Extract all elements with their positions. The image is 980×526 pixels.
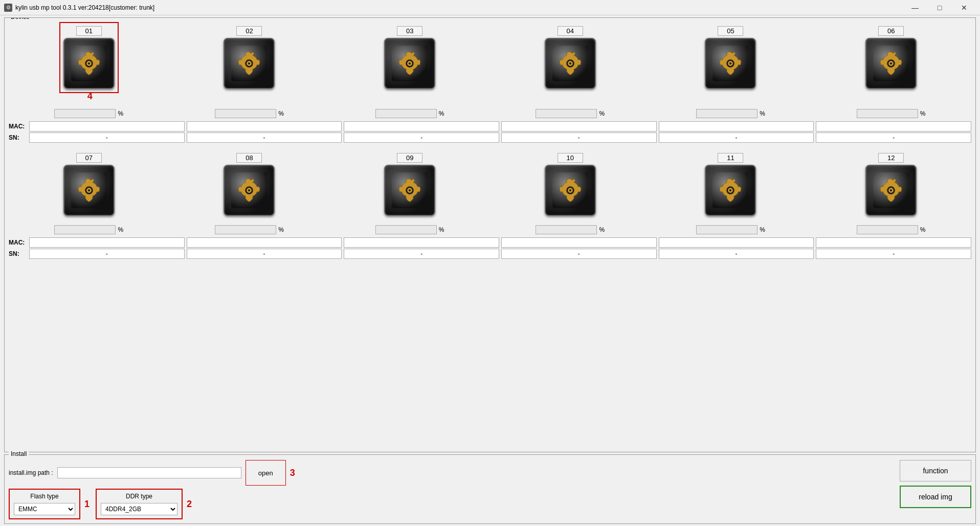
- device-section-label: Device: [9, 17, 32, 20]
- svg-point-47: [890, 189, 892, 191]
- progress-bar-05: [696, 109, 758, 118]
- install-left-panel: install.img path : open 3 Flash type EMM…: [9, 460, 295, 519]
- progress-06: %: [811, 108, 971, 119]
- sn-07: -: [29, 249, 185, 259]
- progress-bar-04: [536, 109, 597, 118]
- progress-bar-11: [696, 225, 758, 234]
- device-slot-04[interactable]: 04: [490, 22, 651, 104]
- mac-04[interactable]: [501, 121, 657, 132]
- svg-point-27: [88, 189, 90, 191]
- install-path-label: install.img path :: [9, 469, 53, 476]
- flash-ddr-row: Flash type EMMC NAND NOR 1 DDR type: [9, 489, 295, 519]
- mac-label-row2: MAC:: [9, 239, 29, 246]
- slot-09-number: 09: [397, 153, 422, 163]
- sn-label-row1: SN:: [9, 134, 29, 141]
- device-row-2-sn: SN: - - - - - -: [9, 249, 971, 259]
- progress-bar-09: [375, 225, 437, 234]
- title-bar: ⚙ kylin usb mp tool 0.3.1 ver:204218[cus…: [0, 0, 980, 15]
- device-slot-03[interactable]: 03: [329, 22, 490, 104]
- device-row-1-mac: MAC:: [9, 121, 971, 132]
- slot-02-number: 02: [236, 26, 262, 36]
- sn-02: -: [187, 133, 342, 143]
- close-button[interactable]: ✕: [952, 0, 976, 15]
- install-path-row: install.img path : open 3: [9, 460, 295, 486]
- svg-point-3: [88, 62, 90, 64]
- mac-11[interactable]: [659, 237, 814, 248]
- device-row-1-progress: % % % % %: [9, 108, 971, 119]
- slot-08-number: 08: [236, 153, 262, 163]
- gear-icon-08: [224, 165, 275, 216]
- progress-05: %: [651, 108, 811, 119]
- mac-10[interactable]: [501, 237, 657, 248]
- device-slot-09[interactable]: 09: [329, 149, 490, 220]
- mac-label-row1: MAC:: [9, 123, 29, 130]
- progress-01: %: [9, 108, 169, 119]
- progress-02: %: [169, 108, 330, 119]
- device-slot-02[interactable]: 02: [169, 22, 330, 104]
- device-row-2-progress: % % % % % %: [9, 224, 971, 235]
- slot-03-number: 03: [397, 26, 422, 36]
- gear-icon-01: [63, 38, 115, 89]
- sn-09: -: [344, 249, 499, 259]
- gear-icon-03: [384, 38, 435, 89]
- minimize-button[interactable]: —: [903, 0, 927, 15]
- device-slot-08[interactable]: 08: [169, 149, 330, 220]
- slot-11-number: 11: [718, 153, 743, 163]
- progress-bar-07: [54, 225, 116, 234]
- device-slot-10[interactable]: 10: [490, 149, 651, 220]
- badge-01: 4: [87, 91, 93, 102]
- mac-07[interactable]: [29, 237, 185, 248]
- device-slot-12[interactable]: 12: [811, 149, 971, 220]
- install-path-input[interactable]: [57, 467, 241, 478]
- device-slot-06[interactable]: 06: [811, 22, 971, 104]
- device-slot-11[interactable]: 11: [651, 149, 811, 220]
- mac-08[interactable]: [187, 237, 342, 248]
- flash-type-select[interactable]: EMMC NAND NOR: [14, 503, 75, 515]
- progress-bar-08: [215, 225, 276, 234]
- mac-01[interactable]: [29, 121, 185, 132]
- device-slot-07[interactable]: 07: [9, 149, 169, 220]
- progress-bar-12: [857, 225, 918, 234]
- badge-flash: 1: [84, 499, 90, 510]
- progress-04: %: [490, 108, 651, 119]
- gear-icon-05: [705, 38, 756, 89]
- svg-point-39: [569, 189, 571, 191]
- sn-label-row2: SN:: [9, 250, 29, 257]
- device-slot-05[interactable]: 05: [651, 22, 811, 104]
- progress-bar-03: [375, 109, 437, 118]
- flash-type-box: Flash type EMMC NAND NOR: [9, 489, 80, 519]
- mac-05[interactable]: [659, 121, 814, 132]
- main-content: Device 01: [0, 15, 980, 526]
- gear-icon-06: [865, 38, 917, 89]
- progress-bar-10: [536, 225, 597, 234]
- sn-04: -: [501, 133, 657, 143]
- open-button[interactable]: open: [246, 460, 286, 486]
- mac-12[interactable]: [816, 237, 971, 248]
- gear-icon-12: [865, 165, 917, 216]
- sn-08: -: [187, 249, 342, 259]
- sn-12: -: [816, 249, 971, 259]
- svg-point-35: [409, 189, 411, 191]
- slot-07-number: 07: [76, 153, 102, 163]
- reload-img-button[interactable]: reload img: [900, 486, 971, 508]
- gear-icon-04: [545, 38, 596, 89]
- right-buttons: function reload img: [900, 460, 971, 508]
- gear-icon-07: [63, 165, 115, 216]
- device-row-2-mac: MAC:: [9, 237, 971, 248]
- slot-04-number: 04: [558, 26, 583, 36]
- svg-point-43: [729, 189, 731, 191]
- slot-01-number: 01: [76, 26, 102, 36]
- device-slot-01[interactable]: 01: [9, 22, 169, 104]
- mac-09[interactable]: [344, 237, 499, 248]
- slot-06-number: 06: [878, 26, 904, 36]
- svg-point-23: [890, 62, 892, 64]
- function-button[interactable]: function: [900, 460, 971, 481]
- mac-02[interactable]: [187, 121, 342, 132]
- progress-bar-06: [857, 109, 918, 118]
- ddr-type-select[interactable]: 4DDR4_2GB 2DDR4_2GB DDR4_4GB: [101, 503, 177, 515]
- badge-ddr: 2: [187, 499, 192, 510]
- mac-06[interactable]: [816, 121, 971, 132]
- window-title: kylin usb mp tool 0.3.1 ver:204218[custo…: [15, 4, 154, 11]
- mac-03[interactable]: [344, 121, 499, 132]
- maximize-button[interactable]: □: [928, 0, 951, 15]
